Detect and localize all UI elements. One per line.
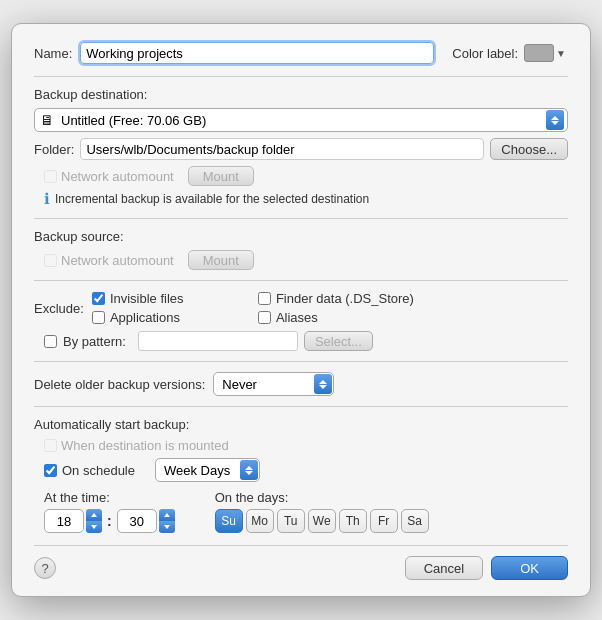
hour-input[interactable] xyxy=(44,509,84,533)
week-select-wrap: Week Days All Days Weekends xyxy=(155,458,260,482)
backup-source-section: Backup source: Network automount Mount xyxy=(34,229,568,270)
info-row: ℹ Incremental backup is available for th… xyxy=(44,190,568,208)
minute-up-button[interactable] xyxy=(159,509,175,521)
btn-group: Cancel OK xyxy=(405,556,568,580)
time-separator: : xyxy=(107,513,112,529)
name-input[interactable] xyxy=(80,42,434,64)
when-mounted-row: When destination is mounted xyxy=(44,438,568,453)
day-fr-button[interactable]: Fr xyxy=(370,509,398,533)
dest-select-wrapper: 🖥 Untitled (Free: 70.06 GB) xyxy=(34,108,568,132)
divider-1 xyxy=(34,76,568,77)
minute-down-button[interactable] xyxy=(159,521,175,533)
color-label-row: Color label: ▼ xyxy=(452,44,568,62)
network-automount-label-dest: Network automount xyxy=(61,169,174,184)
divider-2 xyxy=(34,218,568,219)
day-mo-button[interactable]: Mo xyxy=(246,509,274,533)
divider-4 xyxy=(34,361,568,362)
days-col: On the days: Su Mo Tu We Th Fr Sa xyxy=(215,490,429,533)
folder-row: Folder: Choose... xyxy=(34,138,568,160)
select-button: Select... xyxy=(304,331,373,351)
ok-button[interactable]: OK xyxy=(491,556,568,580)
hour-up-button[interactable] xyxy=(86,509,102,521)
color-swatch[interactable] xyxy=(524,44,554,62)
exclude-invisible-checkbox[interactable] xyxy=(92,292,105,305)
exclude-finder-checkbox[interactable] xyxy=(258,292,271,305)
backup-dest-label: Backup destination: xyxy=(34,87,568,102)
color-label-text: Color label: xyxy=(452,46,518,61)
exclude-applications-checkbox[interactable] xyxy=(92,311,105,324)
name-label: Name: xyxy=(34,46,72,61)
day-tu-button[interactable]: Tu xyxy=(277,509,305,533)
delete-row: Delete older backup versions: Never Afte… xyxy=(34,372,568,396)
on-days-label: On the days: xyxy=(215,490,429,505)
on-schedule-checkbox[interactable] xyxy=(44,464,57,477)
exclude-finder-label: Finder data (.DS_Store) xyxy=(276,291,414,306)
dest-select[interactable]: Untitled (Free: 70.06 GB) xyxy=(34,108,568,132)
folder-label: Folder: xyxy=(34,142,74,157)
day-th-button[interactable]: Th xyxy=(339,509,367,533)
exclude-finder-row: Finder data (.DS_Store) xyxy=(258,291,414,306)
exclude-label: Exclude: xyxy=(34,301,84,316)
network-automount-checkbox-source xyxy=(44,254,57,267)
automount-row-source: Network automount Mount xyxy=(44,250,568,270)
exclude-invisible-row: Invisible files xyxy=(92,291,248,306)
network-automount-label-source: Network automount xyxy=(61,253,174,268)
cancel-button[interactable]: Cancel xyxy=(405,556,483,580)
when-mounted-label: When destination is mounted xyxy=(61,438,229,453)
exclude-applications-row: Applications xyxy=(92,310,248,325)
info-text: Incremental backup is available for the … xyxy=(55,192,369,206)
time-inputs: : xyxy=(44,509,175,533)
days-buttons: Su Mo Tu We Th Fr Sa xyxy=(215,509,429,533)
exclude-section: Exclude: Invisible files Finder data (.D… xyxy=(34,291,568,351)
info-icon: ℹ xyxy=(44,190,50,208)
mount-button-dest: Mount xyxy=(188,166,254,186)
on-schedule-label: On schedule xyxy=(62,463,135,478)
choose-button[interactable]: Choose... xyxy=(490,138,568,160)
network-automount-checkbox-dest xyxy=(44,170,57,183)
when-mounted-checkbox xyxy=(44,439,57,452)
exclude-aliases-checkbox[interactable] xyxy=(258,311,271,324)
mount-button-source: Mount xyxy=(188,250,254,270)
bottom-bar: ? Cancel OK xyxy=(34,545,568,580)
time-col: At the time: : xyxy=(44,490,175,533)
exclude-aliases-label: Aliases xyxy=(276,310,318,325)
divider-5 xyxy=(34,406,568,407)
name-row: Name: Color label: ▼ xyxy=(34,42,568,64)
backup-source-label: Backup source: xyxy=(34,229,568,244)
hour-down-button[interactable] xyxy=(86,521,102,533)
minute-steppers xyxy=(159,509,175,533)
exclude-invisible-label: Invisible files xyxy=(110,291,184,306)
by-pattern-label: By pattern: xyxy=(63,334,126,349)
minute-input[interactable] xyxy=(117,509,157,533)
day-we-button[interactable]: We xyxy=(308,509,336,533)
divider-3 xyxy=(34,280,568,281)
pattern-row: By pattern: Select... xyxy=(44,331,568,351)
week-select[interactable]: Week Days All Days Weekends xyxy=(155,458,260,482)
color-dropdown-button[interactable]: ▼ xyxy=(554,48,568,59)
by-pattern-checkbox[interactable] xyxy=(44,335,57,348)
dialog: Name: Color label: ▼ Backup destination:… xyxy=(11,23,591,597)
help-button[interactable]: ? xyxy=(34,557,56,579)
exclude-applications-label: Applications xyxy=(110,310,180,325)
folder-input[interactable] xyxy=(80,138,484,160)
dest-dropdown-row: 🖥 Untitled (Free: 70.06 GB) xyxy=(34,108,568,132)
automount-row-dest: Network automount Mount xyxy=(44,166,568,186)
auto-backup-section: Automatically start backup: When destina… xyxy=(34,417,568,533)
time-days-row: At the time: : On the days: xyxy=(44,490,568,533)
auto-backup-label: Automatically start backup: xyxy=(34,417,568,432)
exclude-aliases-row: Aliases xyxy=(258,310,414,325)
schedule-row: On schedule Week Days All Days Weekends xyxy=(44,458,568,482)
backup-dest-section: Backup destination: 🖥 Untitled (Free: 70… xyxy=(34,87,568,208)
day-sa-button[interactable]: Sa xyxy=(401,509,429,533)
at-time-label: At the time: xyxy=(44,490,175,505)
day-su-button[interactable]: Su xyxy=(215,509,243,533)
delete-label: Delete older backup versions: xyxy=(34,377,205,392)
hour-steppers xyxy=(86,509,102,533)
pattern-input[interactable] xyxy=(138,331,298,351)
exclude-grid: Invisible files Finder data (.DS_Store) … xyxy=(92,291,414,325)
never-select-wrap: Never After 1 month After 3 months After… xyxy=(213,372,334,396)
never-select[interactable]: Never After 1 month After 3 months After… xyxy=(213,372,334,396)
